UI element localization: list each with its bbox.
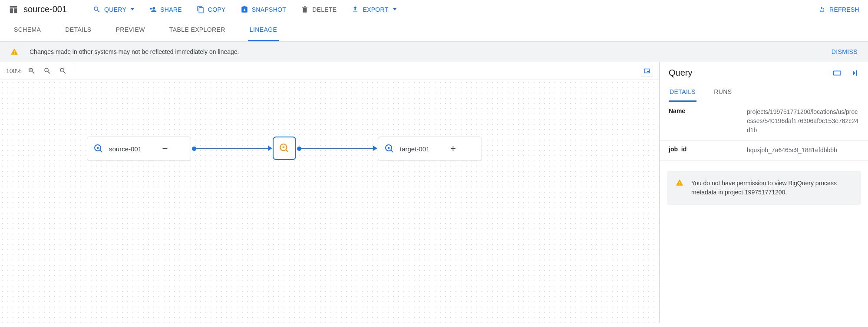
- tab-schema[interactable]: SCHEMA: [12, 19, 43, 41]
- chevron-down-icon: [131, 8, 134, 10]
- row-name-key: Name: [669, 107, 747, 135]
- node-process[interactable]: [273, 137, 296, 160]
- arrow-icon: [373, 146, 377, 151]
- panel-collapse-button[interactable]: [850, 68, 859, 78]
- share-button[interactable]: SHARE: [149, 6, 182, 13]
- row-jobid-value: bquxjob_7a6465c9_1881efdbbbb: [747, 146, 859, 155]
- lineage-edge: [196, 148, 268, 149]
- query-button[interactable]: QUERY: [93, 6, 134, 13]
- panel-tab-details[interactable]: DETAILS: [669, 84, 696, 102]
- query-label: QUERY: [104, 6, 126, 13]
- export-label: EXPORT: [363, 6, 388, 13]
- copy-button[interactable]: COPY: [197, 6, 226, 13]
- share-label: SHARE: [160, 6, 182, 13]
- page-header: source-001 QUERY SHARE COPY SNAPSHOT DEL…: [0, 0, 868, 19]
- node-source[interactable]: source-001 −: [87, 137, 191, 161]
- bigquery-icon: [384, 143, 395, 154]
- arrow-icon: [268, 146, 272, 151]
- chevron-down-icon: [393, 8, 396, 10]
- row-jobid-key: job_id: [669, 146, 747, 155]
- tab-table-explorer[interactable]: TABLE EXPLORER: [168, 19, 227, 41]
- permission-warning: You do not have permission to view BigQu…: [667, 171, 861, 205]
- zoom-level: 100%: [6, 67, 22, 74]
- expand-icon[interactable]: +: [448, 143, 458, 154]
- copy-label: COPY: [208, 6, 226, 13]
- panel-layout-button[interactable]: [832, 68, 842, 78]
- zoom-out-button[interactable]: [42, 65, 53, 77]
- tab-details[interactable]: DETAILS: [63, 19, 93, 41]
- svg-rect-6: [834, 71, 841, 75]
- tabbar: SCHEMA DETAILS PREVIEW TABLE EXPLORER LI…: [0, 19, 868, 42]
- info-banner: Changes made in other systems may not be…: [0, 42, 868, 62]
- lineage-edge: [301, 148, 373, 149]
- svg-rect-7: [856, 70, 857, 76]
- warning-icon: [10, 48, 18, 56]
- svg-line-1: [100, 150, 102, 152]
- edge-dot: [192, 147, 196, 151]
- dismiss-button[interactable]: DISMISS: [832, 48, 858, 55]
- tab-preview[interactable]: PREVIEW: [114, 19, 146, 41]
- edge-dot: [297, 147, 301, 151]
- warning-icon: [676, 179, 683, 197]
- panel-title: Query: [669, 68, 692, 78]
- delete-button[interactable]: DELETE: [301, 6, 337, 13]
- row-name: Name projects/199751771200/locations/us/…: [660, 102, 868, 140]
- permission-warning-text: You do not have permission to view BigQu…: [691, 179, 852, 197]
- lineage-canvas[interactable]: source-001 − target-001 +: [0, 80, 659, 323]
- canvas-toolbar: 100%: [0, 62, 659, 80]
- node-target[interactable]: target-001 +: [378, 137, 482, 161]
- refresh-label: REFRESH: [829, 6, 859, 13]
- snapshot-button[interactable]: SNAPSHOT: [241, 6, 286, 13]
- export-button[interactable]: EXPORT: [351, 6, 396, 13]
- bigquery-icon: [93, 143, 104, 154]
- zoom-in-button[interactable]: [26, 65, 37, 77]
- table-icon: [9, 5, 18, 14]
- refresh-button[interactable]: REFRESH: [818, 6, 859, 13]
- delete-label: DELETE: [312, 6, 337, 13]
- node-target-label: target-001: [400, 145, 429, 153]
- panel-tab-runs[interactable]: RUNS: [713, 84, 733, 102]
- row-jobid: job_id bquxjob_7a6465c9_1881efdbbbb: [660, 140, 868, 160]
- panel-tabbar: DETAILS RUNS: [660, 84, 868, 102]
- zoom-reset-button[interactable]: [57, 65, 69, 77]
- toolbar: QUERY SHARE COPY SNAPSHOT DELETE EXPORT: [93, 6, 396, 13]
- svg-line-3: [286, 150, 288, 152]
- snapshot-label: SNAPSHOT: [252, 6, 286, 13]
- banner-message: Changes made in other systems may not be…: [30, 48, 239, 55]
- collapse-icon[interactable]: −: [160, 143, 170, 154]
- minimap-button[interactable]: [641, 65, 653, 77]
- tab-lineage[interactable]: LINEAGE: [248, 19, 279, 41]
- page-title: source-001: [23, 4, 67, 14]
- row-name-value: projects/199751771200/locations/us/proce…: [747, 107, 859, 135]
- svg-line-5: [391, 150, 393, 152]
- node-source-label: source-001: [109, 145, 142, 153]
- lineage-canvas-wrap: 100% source-001: [0, 62, 660, 323]
- details-panel: Query DETAILS RUNS Name projects/1997517…: [660, 62, 868, 323]
